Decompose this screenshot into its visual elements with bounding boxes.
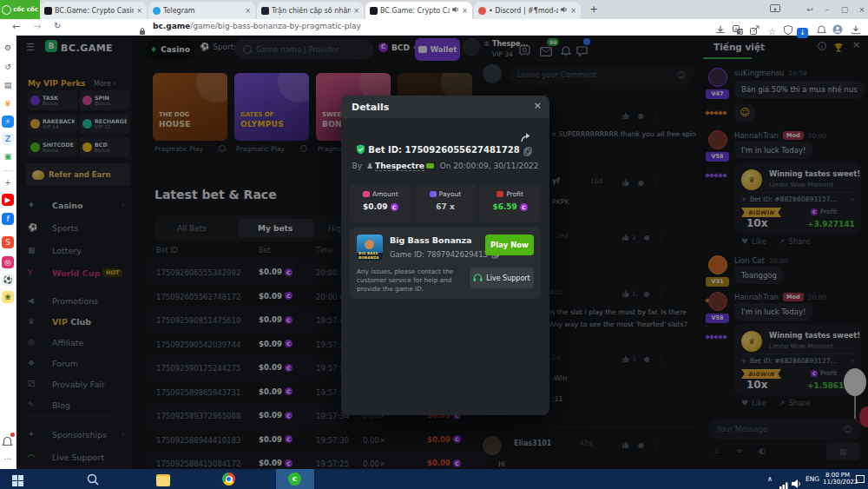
facebook-icon[interactable]: f — [2, 213, 14, 225]
action-center-icon[interactable] — [856, 475, 865, 483]
stat-value: $0.09 C — [350, 202, 411, 211]
start-button[interactable] — [12, 473, 23, 485]
notifications-bell-icon[interactable] — [2, 434, 14, 446]
tray-date: 11/30/2022 — [823, 479, 852, 486]
language-indicator[interactable]: ENG — [806, 475, 819, 483]
settings-gear-icon[interactable]: ⚙ — [2, 42, 14, 54]
tab-close-icon[interactable]: × — [462, 7, 468, 15]
coccoc-button[interactable]: c — [288, 472, 301, 486]
search-button[interactable] — [87, 472, 99, 489]
translate-icon[interactable]: A文 — [733, 22, 743, 38]
stat-icon — [363, 191, 370, 197]
farm-game-icon[interactable]: ❀ — [2, 291, 14, 303]
coccoc-logo-icon — [2, 5, 11, 15]
url-field[interactable]: bc.game/game/big-bass-bonanza-by-pragmat… — [153, 22, 361, 30]
headset-icon — [473, 274, 483, 282]
chrome-button[interactable] — [222, 472, 235, 486]
browser-edge-sidebar: ⚙↺▤♛⚡Z▣+▶fS◎⚽❀⋯ — [0, 35, 16, 469]
browser-tab[interactable]: Trận chiến cấp số nhân chơi× — [257, 2, 364, 19]
stat-label: Amount — [372, 190, 398, 198]
tab-title: BC.Game: Crypto Casino — [380, 7, 450, 15]
username-link[interactable]: Thespectre — [375, 162, 424, 171]
more-icon[interactable]: ⋯ — [2, 454, 14, 463]
shopee-icon[interactable]: S — [2, 236, 14, 248]
file-explorer-button[interactable] — [156, 474, 170, 486]
screen: ☰BBC.GAMEMy VIP PerksMore ›TASKBonusSPIN… — [0, 0, 868, 489]
stat-value: $6.59 C — [479, 202, 541, 211]
tab-close-icon[interactable]: × — [353, 7, 359, 15]
windows-taskbar: c∧ENG8:00 PM11/30/2022 — [0, 469, 868, 489]
share-icon[interactable] — [750, 22, 760, 38]
browser-tab[interactable]: Telegram× — [148, 2, 255, 19]
browser-tab[interactable]: BC.Game: Crypto Casino× — [365, 2, 472, 19]
croc-emoji-icon — [426, 163, 434, 169]
network-icon[interactable] — [779, 476, 788, 489]
tab-favicon — [44, 7, 52, 15]
profile-icon[interactable] — [832, 22, 843, 38]
adblock-shield-icon[interactable] — [784, 22, 792, 38]
download-active-icon[interactable]: ↓ — [797, 22, 808, 38]
url-host: bc.game — [153, 22, 190, 30]
zalo-icon[interactable]: Z — [2, 133, 14, 145]
stat-label: Payout — [439, 190, 462, 198]
add-icon[interactable]: + — [2, 176, 14, 188]
instagram-icon[interactable]: ◎ — [2, 256, 14, 268]
bet-id-line: Bet ID: 1750926055627481728 — [341, 144, 549, 156]
close-window-button[interactable]: × — [856, 3, 868, 16]
new-tab-button[interactable]: + — [588, 3, 600, 16]
history-icon[interactable]: ↺ — [2, 61, 14, 73]
browser-tab[interactable]: • Discord | #¶mod-anno× — [474, 2, 581, 19]
return-icon[interactable]: ↩ — [804, 3, 816, 16]
tray-chevron-icon[interactable]: ∧ — [767, 475, 773, 483]
lock-icon — [139, 23, 146, 39]
speaker-icon[interactable] — [792, 475, 801, 489]
bet-stats: Amount$0.09 CPayout67 xProfit$6.59 C — [350, 184, 541, 222]
tab-favicon — [370, 7, 378, 15]
tab-favicon — [478, 7, 486, 15]
tab-title: BC.Game: Crypto Casino Gan — [55, 7, 134, 15]
bookmark-star-icon[interactable]: ☆ — [768, 22, 776, 38]
game-name: Big Bass Bonanza — [390, 235, 472, 245]
tab-title: Telegram — [163, 7, 242, 15]
minimize-button[interactable]: – — [821, 3, 833, 16]
bet-details-modal: Details × Bet ID: 1750926055627481728 By… — [341, 96, 549, 415]
live-support-button[interactable]: Live Support — [470, 268, 534, 288]
clock[interactable]: 8:00 PM11/30/2022 — [823, 472, 852, 486]
tab-close-icon[interactable]: × — [570, 7, 576, 15]
svg-text:文: 文 — [739, 29, 743, 35]
save-page-icon[interactable] — [715, 22, 726, 38]
reading-list-icon[interactable]: ▤ — [2, 79, 14, 91]
close-icon[interactable]: × — [534, 100, 542, 111]
gamepad-icon[interactable]: ▣ — [2, 150, 14, 162]
tab-close-icon[interactable]: × — [136, 7, 142, 15]
cast-screen-icon[interactable] — [769, 3, 781, 16]
youtube-icon[interactable]: ▶ — [2, 194, 14, 206]
tab-audio-icon[interactable] — [561, 6, 568, 15]
tab-favicon — [261, 7, 269, 15]
maximize-button[interactable]: ▢ — [838, 3, 851, 16]
extensions-bell-icon[interactable] — [817, 22, 826, 38]
soccer-icon[interactable]: ⚽ — [2, 274, 14, 286]
stat-icon — [496, 191, 503, 197]
game-panel: BIG BASS BONANZA Big Bass Bonanza Game I… — [350, 228, 541, 299]
messenger-icon[interactable]: ⚡ — [2, 116, 14, 128]
coccoc-brand-button[interactable]: cốc cốc — [0, 0, 40, 19]
downloads-icon[interactable] — [851, 22, 861, 38]
tab-audio-icon[interactable] — [452, 6, 459, 15]
tab-title: • Discord | #¶mod-anno — [489, 7, 558, 15]
stat-icon — [430, 191, 437, 197]
modal-header: Details × — [341, 96, 549, 118]
copy-icon[interactable] — [523, 147, 535, 156]
modal-title: Details — [352, 102, 389, 113]
stat-label: Profit — [506, 190, 523, 198]
forward-icon[interactable]: → — [33, 21, 41, 32]
crown-icon[interactable]: ♛ — [2, 97, 14, 109]
url-path: /game/big-bass-bonanza-by-pragmatic-play — [190, 22, 361, 30]
bet-author-line: By ♟Thespectre On 20:00:09, 30/11/2022 — [341, 162, 549, 170]
browser-tab[interactable]: BC.Game: Crypto Casino Gan× — [40, 2, 147, 19]
back-icon[interactable]: ← — [12, 21, 20, 32]
reload-icon[interactable]: ↻ — [54, 21, 61, 30]
tab-close-icon[interactable]: × — [245, 7, 251, 15]
game-thumbnail[interactable]: BIG BASS BONANZA — [357, 235, 383, 261]
play-now-button[interactable]: Play Now — [485, 235, 534, 255]
